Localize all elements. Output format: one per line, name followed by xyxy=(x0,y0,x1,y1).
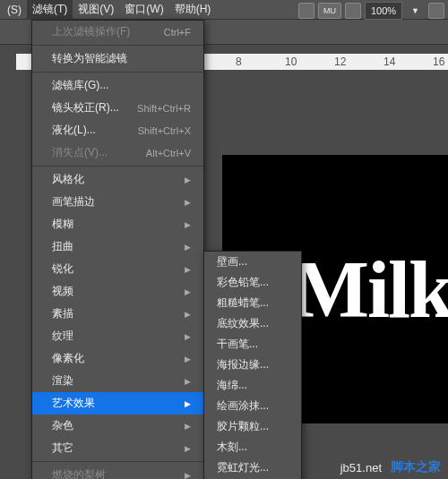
menu-item[interactable]: 画笔描边▶ xyxy=(32,191,203,213)
menu-item[interactable]: 模糊▶ xyxy=(32,213,203,235)
submenu-item[interactable]: 霓虹灯光... xyxy=(204,458,301,478)
menu-help[interactable]: 帮助(H) xyxy=(169,0,217,20)
watermark-url: jb51.net xyxy=(340,461,382,475)
toolbar-btn[interactable] xyxy=(428,3,444,19)
menu-item[interactable]: 素描▶ xyxy=(32,303,203,325)
submenu-item[interactable]: 海绵... xyxy=(204,375,301,396)
filter-menu: 上次滤镜操作(F)Ctrl+F转换为智能滤镜滤镜库(G)...镜头校正(R)..… xyxy=(31,20,204,479)
menu-item[interactable]: 扭曲▶ xyxy=(32,235,203,258)
zoom-level[interactable]: 100% xyxy=(365,2,402,20)
menu-item[interactable]: 纹理▶ xyxy=(32,325,203,347)
watermark: jb51.net 脚本之家 xyxy=(340,456,448,479)
submenu-item[interactable]: 壁画... xyxy=(204,252,301,272)
menu-item[interactable]: 滤镜库(G)... xyxy=(32,74,203,97)
toolbar-btn[interactable] xyxy=(298,3,314,19)
menu-item[interactable]: 艺术效果▶ xyxy=(32,392,203,415)
menu-view[interactable]: 视图(V) xyxy=(73,0,119,20)
toolbar-btn[interactable]: MU xyxy=(318,3,341,19)
artistic-submenu: 壁画...彩色铅笔...粗糙蜡笔...底纹效果...干画笔...海报边缘...海… xyxy=(203,251,302,479)
submenu-item[interactable]: 木刻... xyxy=(204,437,301,458)
watermark-brand: 脚本之家 xyxy=(391,459,441,475)
menu-item[interactable]: 视频▶ xyxy=(32,280,203,303)
menu-item[interactable]: 锐化▶ xyxy=(32,258,203,280)
menu-filter[interactable]: 滤镜(T) xyxy=(27,0,73,20)
menubar: (S) 滤镜(T) 视图(V) 窗口(W) 帮助(H) MU 100% ▼ xyxy=(0,0,448,20)
submenu-item[interactable]: 干画笔... xyxy=(204,334,301,355)
menu-item[interactable]: 风格化▶ xyxy=(32,168,203,191)
menu-item[interactable]: 杂色▶ xyxy=(32,415,203,437)
submenu-item[interactable]: 彩色铅笔... xyxy=(204,272,301,293)
menu-item[interactable]: 液化(L)...Shift+Ctrl+X xyxy=(32,119,203,141)
submenu-item[interactable]: 绘画涂抹... xyxy=(204,396,301,416)
menu-item[interactable]: 其它▶ xyxy=(32,437,203,459)
menu-item[interactable]: 渲染▶ xyxy=(32,370,203,392)
submenu-item[interactable]: 胶片颗粒... xyxy=(204,416,301,437)
menu-item[interactable]: 像素化▶ xyxy=(32,347,203,370)
menu-item: 消失点(V)...Alt+Ctrl+V xyxy=(32,141,203,164)
submenu-item[interactable]: 海报边缘... xyxy=(204,355,301,375)
submenu-item[interactable]: 粗糙蜡笔... xyxy=(204,293,301,313)
menu-window[interactable]: 窗口(W) xyxy=(119,0,168,20)
text-layer: Milk xyxy=(293,244,448,336)
toolbar-btn[interactable] xyxy=(345,3,361,19)
menu-s[interactable]: (S) xyxy=(2,1,27,19)
submenu-item[interactable]: 底纹效果... xyxy=(204,313,301,334)
menu-item[interactable]: 转换为智能滤镜 xyxy=(32,47,203,70)
menu-item: 燃烧的梨树▶ xyxy=(32,464,203,479)
menu-item[interactable]: 镜头校正(R)...Shift+Ctrl+R xyxy=(32,97,203,119)
menu-item: 上次滤镜操作(F)Ctrl+F xyxy=(32,21,203,43)
